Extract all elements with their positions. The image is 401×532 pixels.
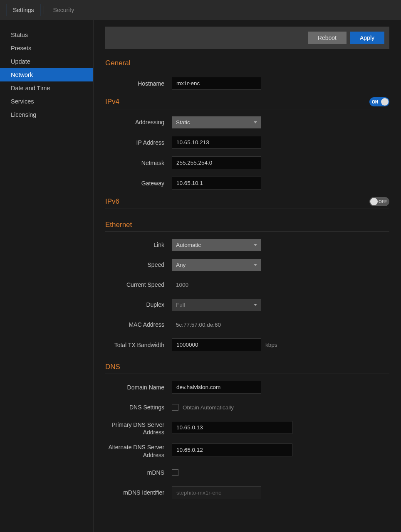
sidebar-item-update[interactable]: Update — [0, 55, 93, 68]
addressing-select[interactable]: Static — [172, 116, 261, 128]
duplex-value: Full — [176, 302, 185, 308]
current-speed-value: 1000 — [172, 279, 193, 291]
apply-button[interactable]: Apply — [350, 32, 384, 44]
alternate-dns-label: Alternate DNS Server Address — [105, 443, 172, 458]
chevron-down-icon — [254, 121, 257, 123]
ip-address-label: IP Address — [105, 139, 172, 146]
mdns-identifier-input — [172, 486, 261, 499]
section-ipv4-label: IPv4 — [105, 98, 119, 106]
section-dns-title: DNS — [105, 363, 389, 374]
sidebar: Status Presets Update Network Date and T… — [0, 20, 94, 532]
sidebar-item-status[interactable]: Status — [0, 28, 93, 42]
tab-divider — [44, 6, 44, 14]
toggle-knob — [370, 198, 378, 205]
section-ipv6-label: IPv6 — [105, 197, 119, 206]
ipv6-toggle[interactable]: OFF — [369, 197, 389, 206]
reboot-button[interactable]: Reboot — [308, 32, 347, 44]
ipv6-toggle-label: OFF — [376, 200, 389, 204]
topbar: Settings Security — [0, 0, 401, 20]
domain-name-label: Domain Name — [105, 384, 172, 391]
section-dns-label: DNS — [105, 363, 120, 371]
ip-address-input[interactable] — [172, 136, 261, 149]
tx-bandwidth-label: Total TX Bandwidth — [105, 342, 172, 348]
current-speed-label: Current Speed — [105, 281, 172, 288]
duplex-select: Full — [172, 299, 261, 311]
section-ethernet-title: Ethernet — [105, 221, 389, 232]
addressing-label: Addressing — [105, 119, 172, 126]
dns-settings-label: DNS Settings — [105, 404, 172, 411]
netmask-input[interactable] — [172, 156, 261, 169]
addressing-value: Static — [176, 119, 190, 126]
tab-settings[interactable]: Settings — [7, 4, 40, 16]
hostname-label: Hostname — [105, 80, 172, 87]
speed-label: Speed — [105, 261, 172, 268]
gateway-label: Gateway — [105, 180, 172, 187]
content: Reboot Apply General Hostname IPv4 ON Ad… — [94, 20, 401, 532]
duplex-label: Duplex — [105, 301, 172, 308]
section-ethernet-label: Ethernet — [105, 221, 132, 229]
mdns-identifier-label: mDNS Identifier — [105, 489, 172, 496]
tx-bandwidth-unit: kbps — [265, 342, 277, 348]
domain-name-input[interactable] — [172, 381, 261, 394]
toggle-knob — [381, 98, 389, 106]
primary-dns-input[interactable] — [172, 421, 292, 434]
link-select[interactable]: Automatic — [172, 239, 261, 251]
ipv4-toggle[interactable]: ON — [369, 97, 389, 106]
hostname-input[interactable] — [172, 77, 261, 90]
tab-security[interactable]: Security — [47, 4, 80, 16]
mac-address-value: 5c:77:57:00:de:60 — [172, 319, 225, 331]
speed-select[interactable]: Any — [172, 259, 261, 271]
chevron-down-icon — [254, 304, 257, 306]
section-general-title: General — [105, 59, 389, 70]
sidebar-item-date-time[interactable]: Date and Time — [0, 81, 93, 95]
netmask-label: Netmask — [105, 160, 172, 166]
sidebar-item-licensing[interactable]: Licensing — [0, 108, 93, 121]
chevron-down-icon — [254, 244, 257, 246]
mdns-checkbox[interactable] — [172, 469, 178, 476]
action-bar: Reboot Apply — [105, 27, 389, 49]
tx-bandwidth-input[interactable] — [172, 338, 261, 351]
sidebar-item-services[interactable]: Services — [0, 95, 93, 108]
link-value: Automatic — [176, 242, 201, 248]
ipv4-toggle-label: ON — [369, 100, 381, 104]
obtain-auto-label: Obtain Automatically — [183, 404, 234, 411]
speed-value: Any — [176, 262, 186, 268]
alternate-dns-input[interactable] — [172, 443, 292, 456]
sidebar-item-presets[interactable]: Presets — [0, 42, 93, 55]
obtain-auto-checkbox[interactable] — [172, 404, 178, 411]
chevron-down-icon — [254, 264, 257, 266]
section-ipv4-title: IPv4 ON — [105, 97, 389, 109]
link-label: Link — [105, 241, 172, 248]
sidebar-item-network[interactable]: Network — [0, 68, 93, 81]
primary-dns-label: Primary DNS Server Address — [105, 421, 172, 436]
section-ipv6-title: IPv6 OFF — [105, 197, 389, 209]
mac-address-label: MAC Address — [105, 321, 172, 328]
mdns-label: mDNS — [105, 469, 172, 476]
section-general-label: General — [105, 59, 130, 67]
gateway-input[interactable] — [172, 177, 261, 190]
